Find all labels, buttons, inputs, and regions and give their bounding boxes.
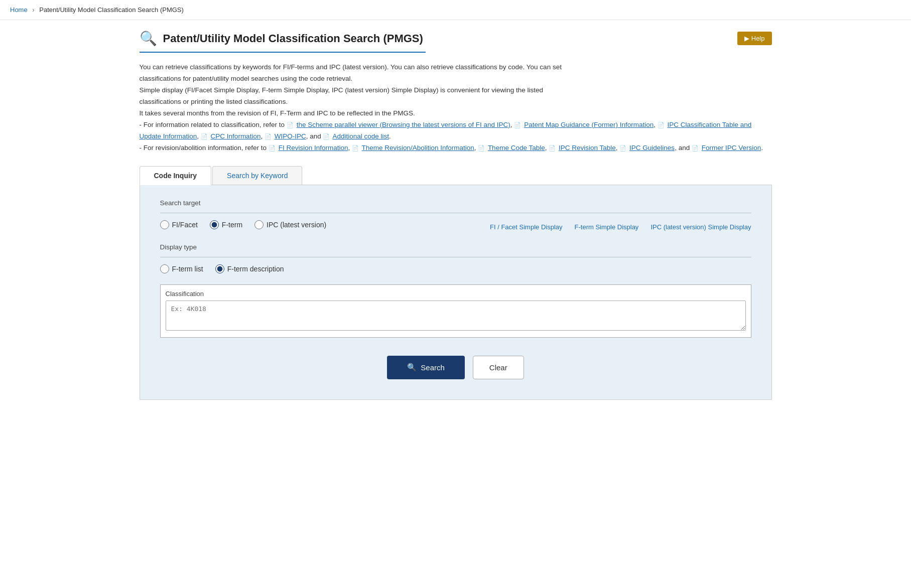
- classification-box: Classification: [160, 284, 751, 338]
- doc-icon-11: 📄: [619, 143, 626, 153]
- description-text: You can retrieve classifications by keyw…: [140, 62, 772, 154]
- doc-icon-5: 📄: [265, 132, 272, 141]
- doc-icon-10: 📄: [549, 143, 556, 153]
- buttons-row: 🔍 Search Clear: [160, 356, 751, 379]
- tabs: Code Inquiry Search by Keyword: [140, 166, 772, 185]
- main-container: 🔍 Patent/Utility Model Classification Se…: [119, 20, 792, 420]
- desc-line5: It takes several months from the revisio…: [140, 108, 772, 119]
- link-former-ipc[interactable]: Former IPC Version: [702, 144, 761, 152]
- radio-ipc[interactable]: IPC (latest version): [254, 220, 326, 229]
- search-target-row: FI/Facet F-term IPC (latest version) FI …: [160, 220, 751, 234]
- search-icon-large: 🔍: [140, 30, 157, 47]
- breadcrumb-current: Patent/Utility Model Classification Sear…: [39, 6, 184, 14]
- desc-links-intro2: - For revision/abolition information, re…: [140, 144, 267, 152]
- radio-ipc-label: IPC (latest version): [267, 221, 326, 229]
- search-button[interactable]: 🔍 Search: [387, 356, 465, 379]
- radio-fi-facet-input[interactable]: [160, 220, 169, 229]
- radio-f-term-label: F-term: [222, 221, 242, 229]
- search-target-section: Search target FI/Facet F-term IPC (lates…: [160, 199, 751, 234]
- radio-f-term-description[interactable]: F-term description: [215, 264, 284, 273]
- radio-f-term-list-label: F-term list: [172, 265, 203, 273]
- doc-icon-12: 📄: [692, 143, 699, 153]
- display-type-divider: [160, 257, 751, 257]
- desc-links1: - For information related to classificat…: [140, 119, 772, 142]
- link-additional-code[interactable]: Additional code list: [332, 132, 389, 140]
- radio-f-term-input[interactable]: [210, 220, 219, 229]
- link-theme-revision[interactable]: Theme Revision/Abolition Information: [361, 144, 474, 152]
- display-type-section: Display type F-term list F-term descript…: [160, 243, 751, 273]
- radio-f-term-list[interactable]: F-term list: [160, 264, 203, 273]
- link-ipc-guidelines[interactable]: IPC Guidelines: [629, 144, 675, 152]
- classification-label: Classification: [166, 290, 746, 298]
- breadcrumb-home-link[interactable]: Home: [10, 6, 28, 14]
- link-fi-revision[interactable]: FI Revision Information: [279, 144, 348, 152]
- radio-ipc-input[interactable]: [254, 220, 264, 229]
- link-patent-map[interactable]: Patent Map Guidance (Former) Information: [524, 121, 654, 128]
- desc-line4: classifications or printing the listed c…: [140, 96, 772, 108]
- simple-display-links: FI / Facet Simple Display F-term Simple …: [490, 223, 751, 231]
- search-target-label: Search target: [160, 199, 751, 207]
- page-title: Patent/Utility Model Classification Sear…: [163, 32, 423, 45]
- desc-links-intro1: - For information related to classificat…: [140, 121, 285, 128]
- form-area: Search target FI/Facet F-term IPC (lates…: [140, 185, 772, 400]
- doc-icon-7: 📄: [269, 143, 276, 153]
- link-scheme-viewer[interactable]: the Scheme parallel viewer (Browsing the…: [297, 121, 510, 128]
- doc-icon-2: 📄: [514, 120, 521, 130]
- link-ipc-revision-table[interactable]: IPC Revision Table: [559, 144, 616, 152]
- title-underline: [140, 52, 426, 53]
- search-icon: 🔍: [407, 363, 417, 372]
- radio-f-term-list-input[interactable]: [160, 264, 169, 273]
- radio-f-term-description-input[interactable]: [215, 264, 224, 273]
- radio-f-term-description-label: F-term description: [227, 265, 284, 273]
- radio-fi-facet[interactable]: FI/Facet: [160, 220, 198, 229]
- search-target-radio-group: FI/Facet F-term IPC (latest version): [160, 220, 327, 229]
- doc-icon-8: 📄: [352, 143, 359, 153]
- link-cpc[interactable]: CPC Information: [211, 132, 261, 140]
- breadcrumb: Home › Patent/Utility Model Classificati…: [0, 0, 911, 20]
- doc-icon-1: 📄: [287, 120, 294, 130]
- doc-icon-4: 📄: [201, 132, 208, 141]
- classification-section: Classification: [160, 284, 751, 338]
- desc-line2: classifications for patent/utility model…: [140, 73, 772, 85]
- page-header: 🔍 Patent/Utility Model Classification Se…: [140, 30, 772, 47]
- search-button-label: Search: [421, 363, 445, 372]
- radio-f-term[interactable]: F-term: [210, 220, 242, 229]
- classification-input[interactable]: [166, 301, 746, 331]
- search-target-divider: [160, 213, 751, 213]
- display-type-radio-group: F-term list F-term description: [160, 264, 751, 273]
- link-theme-code[interactable]: Theme Code Table: [488, 144, 545, 152]
- help-button[interactable]: ▶ Help: [737, 32, 771, 45]
- desc-line3: Simple display (FI/Facet Simple Display,…: [140, 85, 772, 96]
- tab-code-inquiry[interactable]: Code Inquiry: [140, 166, 212, 185]
- page-title-group: 🔍 Patent/Utility Model Classification Se…: [140, 30, 423, 47]
- breadcrumb-separator: ›: [32, 6, 34, 14]
- link-wipo-ipc[interactable]: WIPO-IPC: [275, 132, 306, 140]
- doc-icon-6: 📄: [323, 132, 330, 141]
- tab-search-by-keyword[interactable]: Search by Keyword: [212, 166, 302, 185]
- fi-facet-simple-display-link[interactable]: FI / Facet Simple Display: [490, 223, 563, 231]
- tabs-container: Code Inquiry Search by Keyword: [140, 166, 772, 185]
- f-term-simple-display-link[interactable]: F-term Simple Display: [575, 223, 639, 231]
- doc-icon-3: 📄: [658, 120, 665, 130]
- ipc-simple-display-link[interactable]: IPC (latest version) Simple Display: [650, 223, 751, 231]
- radio-fi-facet-label: FI/Facet: [172, 221, 198, 229]
- display-type-label: Display type: [160, 243, 751, 251]
- doc-icon-9: 📄: [478, 143, 485, 153]
- desc-links2: - For revision/abolition information, re…: [140, 142, 772, 154]
- clear-button[interactable]: Clear: [473, 356, 524, 379]
- desc-line1: You can retrieve classifications by keyw…: [140, 62, 772, 73]
